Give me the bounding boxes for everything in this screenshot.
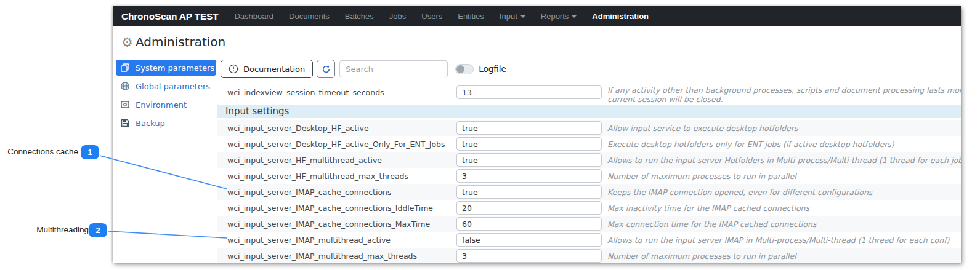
param-description: Max inactivity time for the IMAP cached … — [607, 204, 961, 213]
param-name: wci_input_server_HF_multithread_max_thre… — [217, 172, 456, 181]
nav-item-reports[interactable]: Reports — [541, 12, 577, 21]
documentation-button[interactable]: Documentation — [221, 60, 313, 78]
toolbar: Documentation Logfile — [221, 60, 961, 78]
top-navbar: ChronoScan AP TEST DashboardDocumentsBat… — [113, 6, 961, 26]
param-value-input[interactable] — [456, 153, 602, 167]
table-row: wci_input_server_HF_multithread_activeAl… — [217, 152, 961, 168]
param-name: wci_input_server_HF_multithread_active — [217, 156, 456, 165]
table-row: wci_input_server_IMAP_cache_connections_… — [217, 200, 961, 216]
nav-item-users[interactable]: Users — [421, 12, 442, 21]
param-value-input[interactable] — [456, 121, 602, 135]
nav-item-label: Batches — [345, 12, 374, 21]
refresh-button[interactable] — [317, 60, 335, 78]
sidebar-item-label: Global parameters — [136, 82, 210, 91]
screenshot-canvas: Connections cache 1 Multithreading 2 Chr… — [0, 0, 980, 270]
nav-items: DashboardDocumentsBatchesJobsUsersEntiti… — [234, 12, 649, 21]
sidebar-item-environment[interactable]: Environment — [116, 97, 216, 113]
nav-item-label: Users — [421, 12, 442, 21]
app-brand: ChronoScan AP TEST — [121, 11, 218, 22]
app-window: ChronoScan AP TEST DashboardDocumentsBat… — [113, 6, 961, 263]
page-title: Administration — [136, 34, 225, 49]
logfile-toggle[interactable] — [455, 64, 474, 74]
table-row: wci_input_server_IMAP_multithread_max_th… — [217, 248, 961, 263]
nav-item-entities[interactable]: Entities — [458, 12, 484, 21]
param-description: Keeps the IMAP connection opened, even f… — [607, 188, 961, 197]
section-header-input-settings: Input settings — [217, 105, 961, 118]
nav-item-dashboard[interactable]: Dashboard — [234, 12, 273, 21]
main-panel: Documentation Logfile wci_indexview_sess — [217, 60, 961, 263]
sidebar-item-global-parameters[interactable]: Global parameters — [116, 78, 216, 94]
nav-item-label: Documents — [289, 12, 330, 21]
param-description: Allow input service to execute desktop h… — [607, 124, 961, 133]
gears-icon: ⚙︎ — [121, 36, 134, 49]
param-description: Execute desktop hotfolders only for ENT … — [607, 140, 961, 149]
param-value-input[interactable] — [456, 249, 602, 263]
param-value-input[interactable] — [456, 233, 602, 247]
floppy-disk-icon — [120, 118, 130, 128]
toggle-knob — [456, 65, 464, 73]
logfile-label: Logfile — [479, 64, 506, 74]
nav-item-label: Input — [500, 12, 517, 21]
search-input[interactable] — [339, 60, 448, 77]
table-row: wci_input_server_Desktop_HF_activeAllow … — [217, 120, 961, 136]
globe-icon — [120, 81, 130, 91]
info-circle-icon — [229, 64, 238, 74]
param-name: wci_input_server_IMAP_cache_connections — [217, 188, 456, 197]
refresh-icon — [322, 65, 331, 74]
param-description: Allows to run the input server IMAP in M… — [607, 236, 961, 245]
param-name: wci_input_server_IMAP_cache_connections_… — [217, 220, 456, 229]
table-row: wci_input_server_HF_multithread_max_thre… — [217, 168, 961, 184]
param-name: wci_input_server_IMAP_cache_connections_… — [217, 204, 456, 213]
table-row: wci_input_server_IMAP_multithread_active… — [217, 232, 961, 248]
nav-item-batches[interactable]: Batches — [345, 12, 374, 21]
sidebar-item-backup[interactable]: Backup — [116, 115, 216, 131]
param-description: Number of maximum processes to run in pa… — [607, 172, 961, 181]
sidebar-item-system-parameters[interactable]: System parameters — [116, 60, 216, 76]
param-description-line2: current session will be closed. — [607, 95, 961, 104]
nav-item-documents[interactable]: Documents — [289, 12, 330, 21]
page-header: ⚙︎ Administration — [113, 26, 961, 55]
settings-rows: wci_input_server_Desktop_HF_activeAllow … — [217, 120, 961, 263]
content-area: System parameters Global parameters Envi… — [113, 55, 961, 263]
documentation-button-label: Documentation — [243, 65, 305, 74]
pages-icon — [120, 63, 130, 73]
param-value-input[interactable] — [456, 217, 602, 231]
settings-table: wci_indexview_session_timeout_seconds If… — [217, 84, 961, 263]
param-value-input[interactable] — [456, 137, 602, 151]
table-row: wci_input_server_IMAP_cache_connections_… — [217, 216, 961, 232]
nav-item-administration[interactable]: Administration — [592, 12, 649, 21]
callout-badge-1: 1 — [81, 145, 99, 159]
param-description: Allows to run the input server Hotfolder… — [607, 156, 961, 165]
callout-badge-2: 2 — [89, 223, 107, 237]
param-value-input[interactable] — [456, 169, 602, 183]
sidebar-item-label: Backup — [136, 119, 165, 128]
param-name: wci_input_server_Desktop_HF_active — [217, 124, 456, 133]
nav-item-jobs[interactable]: Jobs — [389, 12, 406, 21]
nav-item-label: Dashboard — [234, 12, 273, 21]
param-description: If any activity other than background pr… — [607, 85, 961, 104]
nav-item-input[interactable]: Input — [500, 12, 525, 21]
param-description-line1: If any activity other than background pr… — [607, 85, 961, 95]
param-name: wci_input_server_IMAP_multithread_max_th… — [217, 252, 456, 261]
callout-label-connections-cache: Connections cache — [6, 147, 78, 156]
param-value-input[interactable] — [456, 85, 602, 99]
sidebar-item-label: Environment — [136, 100, 187, 109]
chevron-down-icon — [572, 15, 577, 18]
param-name: wci_input_server_Desktop_HF_active_Only_… — [217, 140, 456, 149]
param-name: wci_input_server_IMAP_multithread_active — [217, 236, 456, 245]
nav-item-label: Reports — [541, 12, 569, 21]
table-row: wci_indexview_session_timeout_seconds If… — [217, 84, 961, 103]
param-value-input[interactable] — [456, 185, 602, 199]
nav-item-label: Jobs — [389, 12, 406, 21]
param-value-input[interactable] — [456, 201, 602, 215]
table-row: wci_input_server_Desktop_HF_active_Only_… — [217, 136, 961, 152]
chevron-down-icon — [520, 15, 525, 18]
nav-item-label: Administration — [592, 12, 649, 21]
sidebar: System parameters Global parameters Envi… — [113, 60, 217, 263]
param-description: Max connection time for the IMAP cached … — [607, 220, 961, 229]
nav-item-label: Entities — [458, 12, 484, 21]
param-name: wci_indexview_session_timeout_seconds — [217, 85, 456, 97]
callout-label-multithreading: Multithreading — [16, 225, 89, 234]
sidebar-item-label: System parameters — [136, 63, 214, 73]
table-row: wci_input_server_IMAP_cache_connectionsK… — [217, 184, 961, 200]
